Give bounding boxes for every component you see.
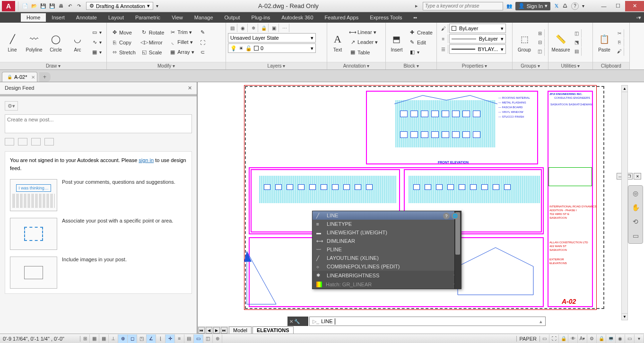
layerfreeze-icon[interactable]: ❄ [249, 24, 258, 32]
paper-model-toggle[interactable]: PAPER [516, 336, 540, 342]
tab-layout[interactable]: Layout [103, 13, 130, 22]
signin-button[interactable]: 👤 Sign In ▾ [515, 2, 550, 10]
showmotion-icon[interactable]: ▭ [630, 230, 641, 241]
scroll-down-icon[interactable]: ▼ [622, 313, 627, 320]
layout-first-icon[interactable]: ⏮ [198, 327, 205, 334]
copy-clip-icon[interactable]: ⎘ [615, 38, 624, 47]
am-icon[interactable]: ⊕ [213, 334, 222, 343]
text-button[interactable]: AText [329, 27, 346, 58]
stretch-button[interactable]: ⬄Stretch [109, 48, 138, 57]
wrench-icon[interactable]: 🔧 [294, 319, 300, 324]
array-button[interactable]: ▦Array ▾ [167, 48, 196, 57]
ac-item-lweight[interactable]: ▬LINEWEIGHT (LWEIGHT) [313, 228, 461, 237]
isolate-icon[interactable]: ◉ [616, 334, 625, 343]
grid-icon[interactable]: ▦ [99, 334, 109, 343]
tab-output[interactable]: Output [219, 13, 246, 22]
tab-plugins[interactable]: Plug-ins [246, 13, 276, 22]
app-logo[interactable]: A [2, 1, 15, 11]
layermore-icon[interactable]: ⋯ [280, 24, 289, 32]
paste-button[interactable]: 📋Paste [595, 27, 614, 58]
qat-open-icon[interactable]: 📂 [30, 2, 38, 10]
tab-manage[interactable]: Manage [189, 13, 219, 22]
qat-undo-icon[interactable]: ↶ [66, 2, 74, 10]
close-button[interactable]: ✕ [625, 1, 644, 11]
layerlock-icon[interactable]: 🔒 [259, 24, 269, 32]
layerprop-icon[interactable]: ▤ [228, 24, 237, 32]
feed-settings-button[interactable]: ⚙▾ [5, 101, 18, 111]
table-button[interactable]: ▦Table [347, 48, 380, 57]
tag-area-icon[interactable] [5, 138, 14, 146]
ac-item-pedit[interactable]: ⟐COMBINEPOLYLINES (PEDIT) [313, 262, 461, 271]
attach-image-icon[interactable] [44, 138, 54, 146]
orbit-icon[interactable]: ⟲ [630, 216, 641, 227]
workspace-selector[interactable]: ⚙ Drafting & Annotation ▾ [86, 2, 153, 10]
qat-save-icon[interactable]: 💾 [39, 2, 47, 10]
mirror-button[interactable]: ◁▷Mirror [139, 38, 166, 47]
sc-icon[interactable]: ◫ [203, 334, 213, 343]
vscrollbar[interactable]: ▲ ▼ [621, 85, 628, 320]
ungroup-icon[interactable]: ⊞ [535, 29, 545, 38]
layeroff-icon[interactable]: ◉ [238, 24, 248, 32]
panel-groups-title[interactable]: Groups ▾ [513, 62, 548, 69]
layout-quick-icon[interactable]: ▭ [540, 334, 549, 343]
lweight-toggle-icon[interactable]: ≡ [439, 34, 448, 43]
tab-view[interactable]: View [166, 13, 189, 22]
hatch-button[interactable]: ▦▾ [89, 48, 104, 57]
trim-button[interactable]: ✂Trim ▾ [167, 28, 196, 37]
dyn-icon[interactable]: ✛ [165, 334, 175, 343]
copy-button[interactable]: ⎘Copy [109, 38, 138, 47]
arc-button[interactable]: ◡Arc [67, 27, 88, 58]
layout-max-icon[interactable]: ⛶ [549, 334, 559, 343]
panel-block-title[interactable]: Block ▾ [386, 62, 436, 69]
command-input[interactable]: ▷_ LINE ▴ [309, 317, 546, 326]
panel-layers-title[interactable]: Layers ▾ [226, 62, 327, 69]
ac-item-hatch[interactable]: Hatch: GR_LINEAR✦ [313, 280, 461, 289]
clean-icon[interactable]: ▭ [625, 334, 635, 343]
fillet-button[interactable]: ◟Fillet ▾ [167, 38, 196, 47]
signin-link[interactable]: sign in [139, 157, 154, 163]
group-button[interactable]: ⬚Group [514, 27, 534, 58]
drawing-canvas[interactable]: — ❐ ✕ ◎ ✋ ⟲ ▭ JPJI ENGINEERING INC. CONS… [198, 82, 644, 334]
polyline-button[interactable]: 〰Polyline [24, 27, 44, 58]
new-post-input[interactable] [5, 114, 192, 133]
create-block-button[interactable]: ✚Create [407, 28, 435, 37]
erase-button[interactable]: ✎ [197, 28, 209, 37]
insert-button[interactable]: ⬒Insert [388, 27, 406, 58]
mdi-close-icon[interactable]: ✕ [634, 173, 641, 180]
exchange-apps-icon[interactable]: 🛆 [561, 2, 569, 10]
quickselect-icon[interactable]: ⬔ [572, 38, 582, 47]
infocenter-icon[interactable]: 👥 [505, 2, 513, 10]
lwt-icon[interactable]: ≡ [175, 334, 184, 343]
qat-dropdown-icon[interactable]: ▾ [153, 2, 162, 10]
color-selector[interactable]: ByLayer▾ [449, 24, 506, 33]
steering-wheel-icon[interactable]: ◎ [630, 188, 641, 199]
scroll-up-icon[interactable]: ▲ [622, 86, 627, 92]
spline-button[interactable]: ∿▾ [89, 38, 104, 47]
panel-draw-title[interactable]: Draw ▾ [0, 62, 106, 69]
search-input[interactable] [423, 2, 503, 10]
hardware-icon[interactable]: 💻 [606, 334, 616, 343]
add-tab-button[interactable]: + [39, 72, 51, 82]
panel-properties-title[interactable]: Properties ▾ [437, 62, 512, 69]
layer-state-selector[interactable]: Unsaved Layer State▾ [228, 33, 316, 43]
groupbox-icon[interactable]: ◫ [535, 47, 545, 56]
pin-icon[interactable] [18, 138, 27, 146]
qat-new-icon[interactable]: 📄 [21, 2, 29, 10]
matchprop-icon[interactable]: 🖌 [439, 24, 448, 33]
snap-icon[interactable]: ▦ [90, 334, 99, 343]
help-chevron-icon[interactable]: ▾ [579, 2, 587, 10]
ac-item-line[interactable]: ╱LINE ?🌐 [313, 211, 461, 220]
custom-icon[interactable]: ▾ [635, 334, 644, 343]
ducs-icon[interactable]: ⌊ [156, 334, 165, 343]
ann-scale-icon[interactable]: 🔒 [559, 334, 568, 343]
3dosnap-icon[interactable]: ◳ [137, 334, 147, 343]
rectangle-button[interactable]: ▭▾ [89, 28, 104, 37]
layout-next-icon[interactable]: ▶ [213, 327, 220, 334]
pan-icon[interactable]: ✋ [630, 202, 641, 213]
ann-vis-icon[interactable]: 👁 [568, 334, 578, 343]
osnap-icon[interactable]: ◻ [128, 334, 137, 343]
ac-item-pline[interactable]: 〰PLINE [313, 245, 461, 254]
layercolor-icon[interactable]: ▣ [270, 24, 279, 32]
panel-modify-title[interactable]: Modify ▾ [107, 62, 226, 69]
tab-insert[interactable]: Insert [46, 13, 70, 22]
